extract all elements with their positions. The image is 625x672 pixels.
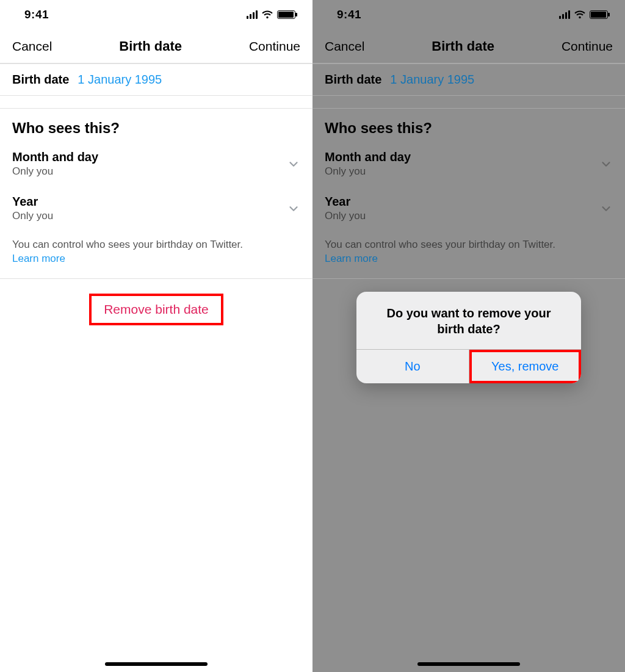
status-time: 9:41 — [327, 8, 361, 21]
month-day-value: Only you — [325, 165, 411, 178]
year-row[interactable]: Year Only you — [312, 186, 625, 231]
nav-bar: Cancel Birth date Continue — [312, 29, 625, 63]
birth-date-label: Birth date — [12, 73, 69, 87]
battery-icon — [277, 10, 295, 19]
cancel-button[interactable]: Cancel — [325, 39, 364, 54]
month-day-label: Month and day — [325, 150, 411, 164]
continue-button[interactable]: Continue — [562, 39, 613, 54]
remove-birth-date-button[interactable]: Remove birth date — [90, 295, 222, 324]
learn-more-link[interactable]: Learn more — [12, 253, 65, 264]
month-day-row[interactable]: Month and day Only you — [0, 142, 312, 186]
year-label: Year — [325, 195, 366, 209]
year-row[interactable]: Year Only you — [0, 186, 312, 231]
page-title: Birth date — [119, 38, 182, 54]
chevron-down-icon — [287, 202, 300, 215]
chevron-down-icon — [599, 157, 613, 171]
birth-date-value: 1 January 1995 — [78, 73, 162, 87]
alert-yes-label: Yes, remove — [491, 359, 558, 373]
birth-date-row[interactable]: Birth date 1 January 1995 — [312, 64, 625, 95]
status-time: 9:41 — [15, 8, 49, 21]
chevron-down-icon — [287, 157, 300, 171]
screen-left: 9:41 Cancel Birth date Continue Birth da… — [0, 0, 312, 672]
month-day-value: Only you — [12, 165, 98, 178]
chevron-down-icon — [599, 202, 613, 215]
visibility-info-text: You can control who sees your birthday o… — [12, 239, 243, 250]
who-sees-title: Who sees this? — [312, 109, 625, 142]
alert-yes-button[interactable]: Yes, remove — [469, 350, 582, 383]
continue-button[interactable]: Continue — [249, 39, 300, 54]
cellular-icon — [247, 10, 258, 19]
status-icons — [247, 10, 298, 19]
wifi-icon — [574, 10, 586, 19]
status-bar: 9:41 — [312, 0, 625, 29]
year-label: Year — [12, 195, 53, 209]
screen-right: 9:41 Cancel Birth date Continue Birth da… — [312, 0, 625, 672]
nav-bar: Cancel Birth date Continue — [0, 29, 312, 63]
remove-birth-date-alert: Do you want to remove your birth date? N… — [356, 292, 581, 383]
year-value: Only you — [325, 210, 366, 222]
birth-date-row[interactable]: Birth date 1 January 1995 — [0, 64, 312, 95]
alert-title: Do you want to remove your birth date? — [356, 292, 581, 349]
cellular-icon — [559, 10, 570, 19]
status-icons — [559, 10, 610, 19]
learn-more-link[interactable]: Learn more — [325, 253, 378, 264]
page-title: Birth date — [432, 38, 494, 54]
visibility-info: You can control who sees your birthday o… — [312, 231, 625, 278]
birth-date-label: Birth date — [325, 73, 381, 87]
wifi-icon — [261, 10, 273, 19]
month-day-label: Month and day — [12, 150, 98, 164]
visibility-info: You can control who sees your birthday o… — [0, 231, 312, 278]
visibility-info-text: You can control who sees your birthday o… — [325, 239, 555, 250]
month-day-row[interactable]: Month and day Only you — [312, 142, 625, 186]
home-indicator[interactable] — [417, 662, 520, 666]
year-value: Only you — [12, 210, 53, 222]
status-bar: 9:41 — [0, 0, 312, 29]
who-sees-title: Who sees this? — [0, 109, 312, 142]
battery-icon — [590, 10, 608, 19]
alert-no-button[interactable]: No — [356, 350, 469, 383]
cancel-button[interactable]: Cancel — [12, 39, 52, 54]
birth-date-value: 1 January 1995 — [390, 73, 474, 87]
home-indicator[interactable] — [105, 662, 208, 666]
